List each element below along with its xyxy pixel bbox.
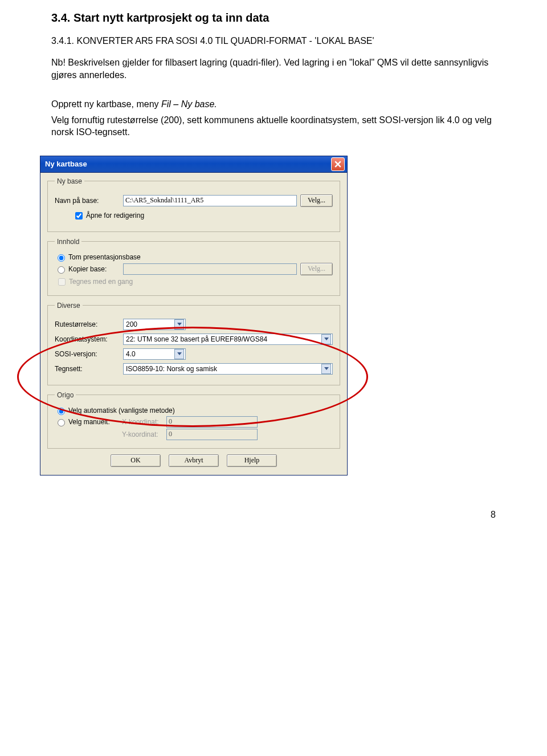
checkbox-tegnes-input	[58, 278, 66, 286]
section-heading: 3.4. Start nytt kartprosjekt og ta inn d…	[51, 11, 496, 25]
dialog-titlebar[interactable]: Ny kartbase	[40, 156, 347, 173]
svg-marker-2	[177, 323, 182, 326]
paragraph-note: Nb! Beskrivelsen gjelder for filbasert l…	[51, 56, 496, 81]
radio-man-label: Velg manuelt:	[68, 418, 110, 426]
label-sosi-versjon: SOSI-versjon:	[55, 350, 123, 358]
chevron-down-icon[interactable]	[174, 319, 184, 330]
chevron-down-icon[interactable]	[321, 334, 331, 344]
checkbox-apne-redigering[interactable]: Åpne for redigering	[73, 210, 144, 221]
label-navn-pa-base: Navn på base:	[55, 197, 123, 205]
help-button[interactable]: Hjelp	[227, 454, 277, 467]
velg-base-button[interactable]: Velg...	[300, 194, 333, 207]
label-x-koordinat: X-koordinat:	[122, 418, 166, 426]
svg-marker-4	[177, 352, 182, 355]
chevron-down-icon[interactable]	[321, 364, 331, 374]
select-sosi-versjon[interactable]: 4.0	[123, 348, 186, 360]
checkbox-tegnes: Tegnes med en gang	[56, 277, 133, 287]
group-innhold: Innhold Tom presentasjonsbase Kopier bas…	[47, 238, 340, 296]
checkbox-tegnes-label: Tegnes med en gang	[69, 278, 133, 286]
chevron-down-icon[interactable]	[174, 349, 184, 359]
group-ny-base: Ny base Navn på base: Velg... Åpne for r…	[47, 177, 340, 232]
label-tegnsett: Tegnsett:	[55, 365, 123, 373]
select-rutestorrelse-value: 200	[126, 320, 174, 328]
checkbox-apne-label: Åpne for redigering	[86, 212, 144, 220]
select-tegnsett-value: ISO8859-10: Norsk og samisk	[126, 365, 321, 373]
select-rutestorrelse[interactable]: 200	[123, 319, 186, 330]
radio-tom-presentasjonsbase[interactable]: Tom presentasjonsbase	[55, 253, 141, 262]
input-navn-pa-base[interactable]	[123, 195, 297, 206]
group-origo: Origo Velg automatisk (vanligste metode)…	[47, 391, 340, 449]
legend-diverse: Diverse	[55, 302, 83, 310]
dialog-title: Ny kartbase	[45, 160, 87, 168]
subsection-heading: 3.4.1. KONVERTER AR5 FRA SOSI 4.0 TIL QU…	[51, 36, 496, 46]
radio-kopier-label: Kopier base:	[68, 265, 107, 273]
group-diverse: Diverse Rutestørrelse: 200 Koordinatsyst…	[47, 302, 340, 385]
radio-velg-manuelt[interactable]: Velg manuelt:	[55, 417, 122, 426]
label-y-koordinat: Y-koordinat:	[122, 430, 166, 438]
radio-kopier-input[interactable]	[58, 266, 65, 274]
select-sosi-versjon-value: 4.0	[126, 350, 174, 358]
radio-tom-label: Tom presentasjonsbase	[68, 253, 141, 261]
svg-marker-5	[324, 367, 329, 370]
radio-man-input[interactable]	[58, 419, 65, 426]
dialog-ny-kartbase: Ny kartbase Ny base Navn på base: Velg..…	[40, 156, 348, 475]
paragraph-instruction-1: Opprett ny kartbase, meny Fil – Ny base.	[51, 98, 496, 111]
legend-innhold: Innhold	[55, 238, 81, 246]
svg-marker-3	[324, 338, 329, 340]
page-number: 8	[0, 475, 547, 531]
legend-origo: Origo	[55, 391, 76, 399]
radio-auto-label: Velg automatisk (vanligste metode)	[68, 407, 175, 414]
paragraph-instruction-2: Velg fornuftig rutestørrelse (200), sett…	[51, 114, 496, 139]
legend-ny-base: Ny base	[55, 177, 84, 185]
radio-tom-input[interactable]	[58, 254, 65, 262]
label-koordinatsystem: Koordinatsystem:	[55, 335, 123, 343]
radio-auto-input[interactable]	[58, 408, 65, 415]
label-rutestorrelse: Rutestørrelse:	[55, 320, 123, 328]
checkbox-apne-input[interactable]	[75, 212, 83, 220]
select-koordinatsystem-value: 22: UTM sone 32 basert på EUREF89/WGS84	[126, 335, 321, 343]
radio-velg-automatisk[interactable]: Velg automatisk (vanligste metode)	[55, 406, 175, 415]
select-tegnsett[interactable]: ISO8859-10: Norsk og samisk	[123, 363, 333, 375]
input-kopier-base	[123, 263, 297, 275]
select-koordinatsystem[interactable]: 22: UTM sone 32 basert på EUREF89/WGS84	[123, 334, 333, 345]
ok-button[interactable]: OK	[111, 454, 161, 467]
input-x-koordinat	[166, 416, 258, 428]
input-y-koordinat	[166, 429, 258, 440]
close-icon[interactable]	[331, 157, 345, 171]
velg-kopier-button: Velg...	[300, 263, 333, 275]
cancel-button[interactable]: Avbryt	[169, 454, 219, 467]
radio-kopier-base[interactable]: Kopier base:	[55, 265, 123, 274]
